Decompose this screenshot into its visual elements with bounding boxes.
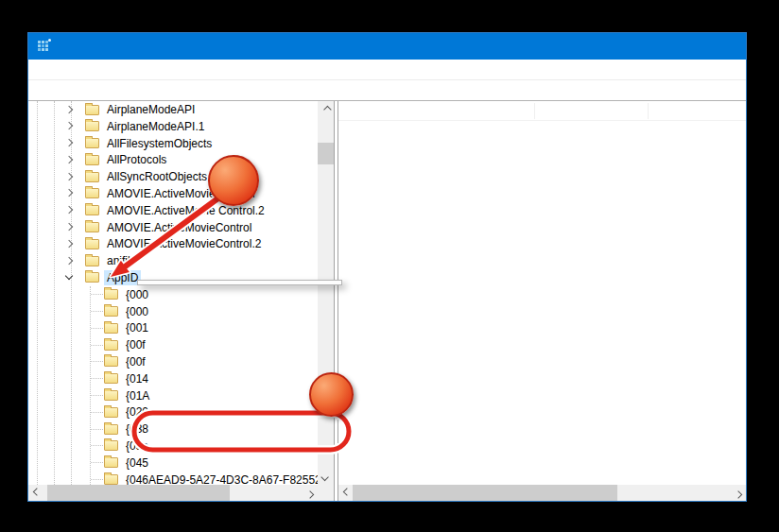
close-button[interactable]	[703, 33, 746, 60]
tree-expander-icon[interactable]	[65, 240, 73, 248]
scrollbar-thumb[interactable]	[353, 485, 617, 501]
folder-icon	[85, 172, 99, 182]
registry-tree-pane: AirplaneModeAPI AirplaneModeAPI.1 AllFil…	[28, 101, 334, 501]
tree-expander-icon[interactable]	[65, 105, 73, 112]
tree-row[interactable]: {01A	[28, 387, 318, 404]
folder-icon	[104, 289, 118, 300]
folder-icon	[85, 138, 99, 148]
tree-item-label: {00f	[123, 354, 148, 369]
list-column-header[interactable]	[535, 103, 649, 119]
tree-guide-stub	[91, 345, 103, 346]
tree-row[interactable]: {001	[28, 319, 318, 336]
tree-guide-stub	[91, 361, 103, 362]
tree-expander-icon[interactable]	[65, 139, 73, 146]
folder-icon	[85, 155, 99, 165]
regedit-window: AirplaneModeAPI AirplaneModeAPI.1 AllFil…	[27, 32, 747, 502]
tree-item-label: anifile	[104, 253, 139, 268]
tree-vertical-scrollbar[interactable]	[318, 101, 334, 485]
scroll-right-arrow[interactable]	[302, 485, 318, 501]
folder-icon	[104, 390, 118, 401]
tree-item-label: AppID	[104, 270, 141, 285]
tree-item-label: {000	[123, 304, 151, 319]
minimize-button[interactable]	[618, 33, 661, 60]
annotation-badge-1	[208, 155, 259, 206]
folder-icon	[104, 440, 118, 451]
tree-row[interactable]: AirplaneModeAPI	[28, 101, 318, 118]
scroll-up-arrow[interactable]	[318, 101, 334, 117]
scroll-right-arrow[interactable]	[730, 485, 746, 501]
tree-item-label: {001	[123, 320, 151, 335]
tree-row[interactable]: {00f	[28, 336, 318, 353]
tree-row[interactable]: {020	[28, 403, 318, 420]
tree-item-label: AllSyncRootObjects	[104, 169, 210, 184]
tree-row[interactable]: {038	[28, 420, 318, 438]
address-bar[interactable]	[28, 80, 746, 101]
list-horizontal-scrollbar[interactable]	[338, 485, 746, 501]
tree-expander-icon[interactable]	[65, 272, 73, 280]
tree-row[interactable]: AllFilesystemObjects	[28, 135, 318, 152]
tree-row[interactable]: AMOVIE.ActiveMovie Control	[28, 185, 318, 202]
tree-guide-stub	[91, 462, 103, 463]
tree-guide-stub	[91, 479, 103, 480]
scrollbar-corner	[318, 485, 334, 501]
tree-rows: AirplaneModeAPI AirplaneModeAPI.1 AllFil…	[28, 101, 318, 485]
folder-icon	[85, 121, 99, 131]
tree-item-label: AMOVIE.ActiveMovie Control.2	[104, 203, 268, 218]
tree-row[interactable]: {014	[28, 370, 318, 387]
folder-icon	[104, 356, 118, 367]
annotation-badge-2	[309, 372, 354, 417]
tree-row[interactable]: AMOVIE.ActiveMovie Control.2	[28, 202, 318, 219]
folder-icon	[104, 306, 118, 317]
list-column-header[interactable]	[338, 103, 535, 119]
folder-icon	[104, 457, 118, 468]
tree-row[interactable]: AMOVIE.ActiveMovieControl.2	[28, 235, 318, 252]
tree-expander-icon[interactable]	[65, 122, 73, 129]
tree-guide-stub	[91, 378, 103, 379]
folder-icon	[104, 474, 118, 485]
folder-icon	[104, 340, 118, 351]
tree-guide-stub	[91, 311, 103, 312]
tree-row[interactable]: {000	[28, 303, 318, 320]
tree-item-label: {01A	[123, 388, 152, 403]
folder-icon	[85, 239, 99, 249]
menubar	[28, 60, 746, 80]
context-menu	[137, 280, 342, 285]
tree-item-label: {000	[123, 287, 151, 302]
tree-item-label: {045	[123, 455, 151, 471]
list-column-header[interactable]	[649, 103, 746, 119]
tree-item-label: {038	[123, 421, 151, 437]
folder-icon	[104, 407, 118, 418]
tree-expander-icon[interactable]	[65, 223, 73, 231]
scrollbar-thumb[interactable]	[318, 143, 334, 164]
tree-item-label: {020	[123, 404, 151, 420]
scroll-down-arrow[interactable]	[318, 469, 334, 485]
titlebar[interactable]	[28, 33, 746, 60]
folder-icon	[85, 205, 99, 215]
tree-row[interactable]: {000	[28, 286, 318, 303]
tree-row[interactable]: anifile	[28, 252, 318, 269]
tree-row[interactable]: AllSyncRootObjects	[28, 168, 318, 185]
tree-expander-icon[interactable]	[65, 172, 73, 180]
tree-expander-icon[interactable]	[65, 156, 73, 163]
folder-icon	[85, 222, 99, 232]
scrollbar-thumb[interactable]	[47, 485, 230, 501]
tree-row[interactable]: AirplaneModeAPI.1	[28, 118, 318, 135]
tree-row[interactable]: {045	[28, 455, 318, 472]
tree-expander-icon[interactable]	[65, 256, 73, 264]
tree-row[interactable]: AMOVIE.ActiveMovieControl	[28, 219, 318, 236]
tree-item-label: AMOVIE.ActiveMovieControl.2	[104, 236, 264, 251]
tree-item-label: AMOVIE.ActiveMovieControl	[104, 220, 254, 235]
main-area: AirplaneModeAPI AirplaneModeAPI.1 AllFil…	[28, 101, 746, 501]
scroll-left-arrow[interactable]	[28, 485, 44, 501]
tree-item-label: {03e	[123, 438, 151, 454]
tree-item-label: AllFilesystemObjects	[104, 136, 215, 151]
folder-icon	[85, 188, 99, 198]
tree-row[interactable]: {03e	[28, 438, 318, 455]
tree-guide-stub	[91, 294, 103, 295]
tree-horizontal-scrollbar[interactable]	[28, 485, 318, 501]
tree-expander-icon[interactable]	[65, 189, 73, 197]
tree-row[interactable]: {00f	[28, 353, 318, 370]
tree-expander-icon[interactable]	[65, 206, 73, 214]
tree-row[interactable]: AllProtocols	[28, 151, 318, 168]
maximize-button[interactable]	[661, 33, 703, 60]
